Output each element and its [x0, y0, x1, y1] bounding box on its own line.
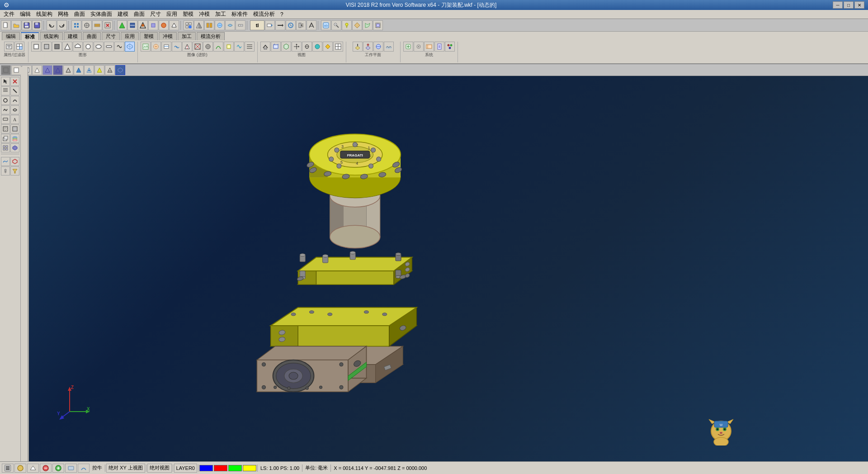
tab-stamping[interactable]: 冲模	[159, 32, 177, 40]
tb-wp-1[interactable]	[353, 42, 363, 52]
side-circle[interactable]	[1, 96, 10, 105]
status-btn-6[interactable]	[78, 464, 90, 473]
tb-btn-10[interactable]	[148, 20, 158, 30]
tb3-4[interactable]	[32, 65, 42, 75]
menu-item-plastic[interactable]: 塑模	[180, 10, 196, 19]
status-btn-3[interactable]	[40, 464, 52, 473]
side-spline[interactable]	[10, 105, 19, 114]
tb-btn-28[interactable]	[363, 20, 373, 30]
status-btn-2[interactable]	[27, 464, 39, 473]
tb3-6[interactable]	[53, 65, 63, 75]
menu-item-apply[interactable]: 应用	[164, 10, 180, 19]
tb-btn-9[interactable]	[138, 20, 148, 30]
color-swatch-1[interactable]	[199, 465, 213, 471]
side-fill[interactable]	[10, 124, 19, 133]
tb3-10[interactable]	[94, 65, 104, 75]
status-btn-5[interactable]	[65, 464, 77, 473]
tab-dimension[interactable]: 尺寸	[102, 32, 120, 40]
tb-btn-17[interactable]	[225, 20, 235, 30]
tab-apply[interactable]: 应用	[121, 32, 139, 40]
tb-img-7[interactable]	[203, 42, 213, 52]
tab-plastic[interactable]: 塑模	[140, 32, 158, 40]
status-btn-1[interactable]	[14, 464, 26, 473]
color-swatch-3[interactable]	[228, 465, 242, 471]
tb-shape-9[interactable]	[114, 42, 124, 52]
menu-item-machining[interactable]: 加工	[212, 10, 229, 19]
side-hatch[interactable]	[1, 124, 10, 133]
status-abs-xy[interactable]: 绝对 XY 上视图	[106, 464, 145, 473]
tb-shape-5[interactable]	[73, 42, 83, 52]
tb-btn-6[interactable]	[103, 20, 113, 30]
tb-btn-29[interactable]	[373, 20, 383, 30]
tb-btn-16[interactable]	[215, 20, 225, 30]
menu-item-solid-surface[interactable]: 实体曲面	[88, 10, 115, 19]
menu-item-standard[interactable]: 标准件	[229, 10, 250, 19]
tb-btn-25[interactable]	[331, 20, 341, 30]
side-solid[interactable]	[10, 143, 19, 152]
tb-img-8[interactable]	[213, 42, 223, 52]
tab-surface[interactable]: 曲面	[83, 32, 101, 40]
side-layer[interactable]	[10, 134, 19, 143]
tb3-cube[interactable]	[115, 65, 125, 75]
tb-filter-2[interactable]	[14, 42, 24, 52]
color-swatch-2[interactable]	[214, 465, 227, 471]
tb-btn-23[interactable]	[307, 20, 316, 30]
side-surface[interactable]	[1, 157, 10, 166]
side-point[interactable]	[1, 86, 10, 95]
tb3-8[interactable]	[74, 65, 84, 75]
tb-save[interactable]	[22, 20, 32, 30]
tb-view-4[interactable]	[292, 42, 302, 52]
tb-wp-3[interactable]	[373, 42, 383, 52]
tb-wp-2[interactable]	[363, 42, 373, 52]
tb3-7[interactable]	[63, 65, 73, 75]
tb-shape-3[interactable]	[52, 42, 62, 52]
tb-wp-4[interactable]	[384, 42, 394, 52]
tb-view-7[interactable]	[323, 42, 333, 52]
tb-sys-5[interactable]	[445, 42, 455, 52]
tb3-9[interactable]	[84, 65, 94, 75]
tb-redo[interactable]	[57, 20, 67, 30]
tb-img-4[interactable]	[172, 42, 182, 52]
tab-flow[interactable]: 模流分析	[197, 32, 225, 40]
menu-item-wireframe[interactable]: 线架构	[33, 10, 55, 19]
tb3-2[interactable]	[11, 65, 21, 75]
tb-view-3[interactable]	[281, 42, 291, 52]
tb3-5[interactable]	[42, 65, 52, 75]
side-dim[interactable]	[1, 115, 10, 124]
tb-img-11[interactable]	[245, 42, 255, 52]
tb-btn-14[interactable]	[194, 20, 204, 30]
tb-btn-21[interactable]	[286, 20, 296, 30]
tb-btn-12[interactable]	[169, 20, 179, 30]
menu-item-help[interactable]: ?	[278, 11, 286, 18]
tb-btn-27[interactable]	[352, 20, 362, 30]
tb-shape-2[interactable]	[42, 42, 52, 52]
tb-undo[interactable]	[47, 20, 57, 30]
maximize-button[interactable]: □	[844, 1, 854, 9]
close-button[interactable]: ✕	[854, 1, 864, 9]
tb-btn-24[interactable]: ab	[321, 20, 331, 30]
tb-btn-13[interactable]	[184, 20, 193, 30]
tb-shape-4[interactable]	[62, 42, 72, 52]
status-abs-view[interactable]: 绝对视图	[147, 464, 172, 473]
tb-sys-1[interactable]	[403, 42, 413, 52]
tb-btn-3[interactable]	[71, 20, 81, 30]
side-group[interactable]	[1, 143, 10, 152]
tb-btn-4[interactable]	[82, 20, 92, 30]
side-line[interactable]	[10, 86, 19, 95]
menu-item-curve[interactable]: 曲面	[131, 10, 147, 19]
side-select[interactable]	[1, 77, 10, 86]
status-layer[interactable]: LAYER0	[174, 464, 197, 473]
tb-btn-15[interactable]	[204, 20, 214, 30]
tb-sys-3[interactable]	[424, 42, 434, 52]
menu-item-dimension[interactable]: 尺寸	[147, 10, 164, 19]
tb-filter-1[interactable]	[4, 42, 14, 52]
tab-machining[interactable]: 加工	[178, 32, 196, 40]
tb-btn-22[interactable]	[296, 20, 306, 30]
tb3-11[interactable]	[105, 65, 115, 75]
tb-view-5[interactable]	[302, 42, 312, 52]
tab-edit[interactable]: 编辑	[2, 32, 20, 40]
tb-img-5[interactable]	[182, 42, 192, 52]
tb-btn-5[interactable]	[92, 20, 102, 30]
tb3-1[interactable]	[1, 65, 11, 75]
menu-item-file[interactable]: 文件	[1, 10, 17, 19]
